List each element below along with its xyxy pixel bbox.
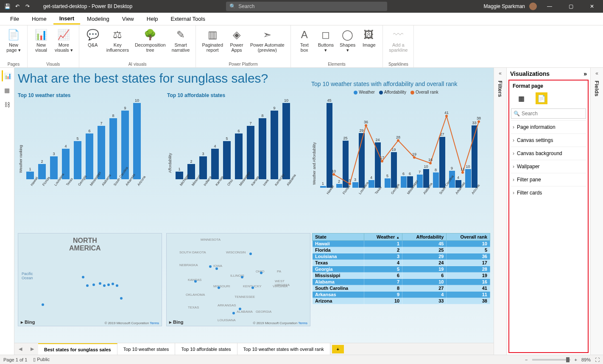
table-row[interactable]: Florida2255 (313, 247, 490, 253)
page-next[interactable]: ▶ (26, 346, 38, 352)
format-page-panel: Format page ▦ 📄 🔍 › Page information› Ca… (508, 80, 589, 353)
menu-view[interactable]: View (116, 14, 140, 24)
format-search-input[interactable] (511, 108, 586, 119)
expand-fields-icon[interactable]: « (595, 70, 598, 76)
ribbon-shapes[interactable]: ◯Shapes ▾ (337, 27, 358, 54)
table-row[interactable]: Hawaii14510 (313, 241, 490, 247)
collapse-viz-icon[interactable]: » (583, 70, 587, 77)
report-format-icon[interactable]: ▦ (515, 92, 527, 104)
bar-col: 4Texas (61, 144, 70, 185)
ribbon-icon: 🖼 (362, 28, 376, 42)
page-format-icon[interactable]: 📄 (536, 92, 547, 104)
ribbon-power[interactable]: ◈Power Apps (226, 27, 247, 53)
zoom-level[interactable]: 89% (581, 357, 591, 362)
chart2-axis-label: Affordability (168, 153, 172, 173)
ribbon-icon: A (298, 28, 311, 42)
user-name[interactable]: Maggie Sparkman (484, 3, 525, 9)
zoom-out[interactable]: − (525, 357, 528, 362)
table-row[interactable]: South Carolina82741 (313, 285, 490, 292)
ribbon-decomposition[interactable]: 🌳Decomposition tree (132, 27, 168, 53)
user-avatar[interactable] (529, 3, 537, 10)
model-view-icon[interactable]: ⛓ (2, 99, 13, 110)
ribbon-icon: ✎ (174, 28, 187, 42)
data-view-icon[interactable]: ▦ (2, 85, 13, 96)
ribbon-icon: ◻ (319, 28, 332, 42)
table-row[interactable]: Mississippi6619 (313, 272, 490, 279)
ribbon-new[interactable]: 📊New visual (31, 27, 51, 53)
page-tab[interactable]: Best states for sunglass sales (38, 343, 117, 355)
menu-insert[interactable]: Insert (53, 14, 80, 25)
minimize-button[interactable]: — (541, 0, 558, 13)
menu-home[interactable]: Home (26, 14, 53, 24)
bar-col: 3Louisiana (49, 152, 59, 185)
filters-pane-collapsed[interactable]: « Filters (494, 68, 506, 355)
redo-icon[interactable]: ↷ (24, 3, 31, 10)
menu-modeling[interactable]: Modeling (81, 14, 115, 24)
menu-external-tools[interactable]: External Tools (165, 14, 211, 24)
table-row[interactable]: Alabama71016 (313, 279, 490, 285)
ribbon-power-automate[interactable]: ➣Power Automate (preview) (248, 27, 287, 53)
ribbon-icon: ◯ (341, 28, 355, 42)
combo-col: 519Georgia (383, 147, 398, 193)
fit-to-page-icon[interactable]: ⛶ (595, 357, 600, 362)
menu-file[interactable]: File (4, 14, 25, 24)
global-search[interactable]: 🔍 Search (226, 2, 387, 11)
chevron-right-icon: › (513, 177, 514, 183)
bar-col: 10Arizona (132, 98, 142, 185)
page-tab[interactable]: Top 10 weather states (117, 343, 176, 355)
chart-combo[interactable]: Weather and Affordability 10536172819164… (311, 100, 494, 193)
menu-help[interactable]: Help (141, 14, 164, 24)
table-row[interactable]: Texas42417 (313, 260, 490, 266)
ribbon-icon: ▥ (206, 28, 219, 42)
format-section-canvas-settings[interactable]: › Canvas settings (511, 133, 586, 147)
zoom-in[interactable]: + (575, 357, 577, 362)
page-tab[interactable]: Top 10 affordable states (175, 343, 237, 355)
undo-icon[interactable]: ↶ (14, 3, 21, 10)
ribbon-paginated[interactable]: ▥Paginated report (199, 27, 226, 53)
maximize-button[interactable]: ▢ (562, 0, 579, 13)
bar-col: 1Hawaii (25, 167, 35, 185)
combo-col: 424Texas (367, 138, 382, 193)
report-view-icon[interactable]: 📊 (2, 70, 13, 81)
chart-affordable-states[interactable]: Top 10 affordable states Affordability 1… (167, 92, 307, 185)
ribbon-image[interactable]: 🖼Image (359, 27, 379, 48)
format-section-canvas-background[interactable]: › Canvas background (511, 147, 586, 160)
page-tab[interactable]: Top 10 weather states with overall rank (237, 343, 330, 355)
sensitivity-label[interactable]: ▯ Public (33, 357, 50, 362)
chart2-title: Top 10 affordable states (167, 92, 307, 98)
close-button[interactable]: ✕ (583, 0, 600, 13)
add-page-button[interactable]: + (332, 345, 344, 353)
ribbon-q-a[interactable]: 💬Q&A (83, 27, 103, 48)
combo-col: 66Mississippi (399, 172, 414, 193)
status-bar: Page 1 of 1 ▯ Public − + 89% ⛶ (0, 355, 603, 364)
expand-filters-icon[interactable]: « (499, 70, 502, 76)
fields-pane-collapsed[interactable]: « Fields (590, 68, 603, 355)
bing-logo: ▸ Bing (21, 320, 35, 325)
state-table[interactable]: StateWeather ▲AffordabilityOverall rankH… (312, 233, 490, 304)
view-rail: 📊 ▦ ⛓ (0, 68, 14, 355)
map-us-states[interactable]: MINNESOTA SOUTH DAKOTA WISCONSIN NEBRASK… (166, 233, 310, 326)
bar-col: 2Florida (37, 159, 47, 185)
ribbon-key[interactable]: ⚖Key influencers (104, 27, 131, 53)
ribbon-smart[interactable]: ✎Smart narrative (169, 27, 193, 53)
table-row[interactable]: Arkansas9411 (313, 292, 490, 298)
table-row[interactable]: Georgia51928 (313, 266, 490, 272)
format-section-filter-cards[interactable]: › Filter cards (511, 186, 586, 199)
ribbon-new[interactable]: 📄New page ▾ (3, 27, 24, 54)
ribbon-buttons[interactable]: ◻Buttons ▾ (315, 27, 336, 54)
table-row[interactable]: Louisiana32936 (313, 253, 490, 260)
ribbon-more[interactable]: 📈More visuals ▾ (52, 27, 75, 54)
report-canvas[interactable]: What are the best states for sunglass sa… (14, 68, 494, 343)
map-north-america[interactable]: NORTH AMERICA Pacific Ocean ▸ Bing © 201… (18, 233, 162, 326)
zoom-slider[interactable] (532, 359, 570, 361)
page-prev[interactable]: ◀ (14, 346, 26, 352)
format-section-page-information[interactable]: › Page information (511, 120, 586, 133)
visualizations-pane: Visualizations » Format page ▦ 📄 🔍 › Pag… (506, 68, 590, 355)
format-section-filter-pane[interactable]: › Filter pane (511, 173, 586, 186)
chart-weather-states[interactable]: Top 10 weather states Weather ranking 1H… (18, 92, 158, 185)
save-icon[interactable]: 💾 (3, 3, 11, 10)
table-row[interactable]: Arizona103338 (313, 298, 490, 304)
svg-text:19: 19 (412, 152, 416, 156)
ribbon-text[interactable]: AText box (294, 27, 315, 53)
format-section-wallpaper[interactable]: › Wallpaper (511, 160, 586, 173)
